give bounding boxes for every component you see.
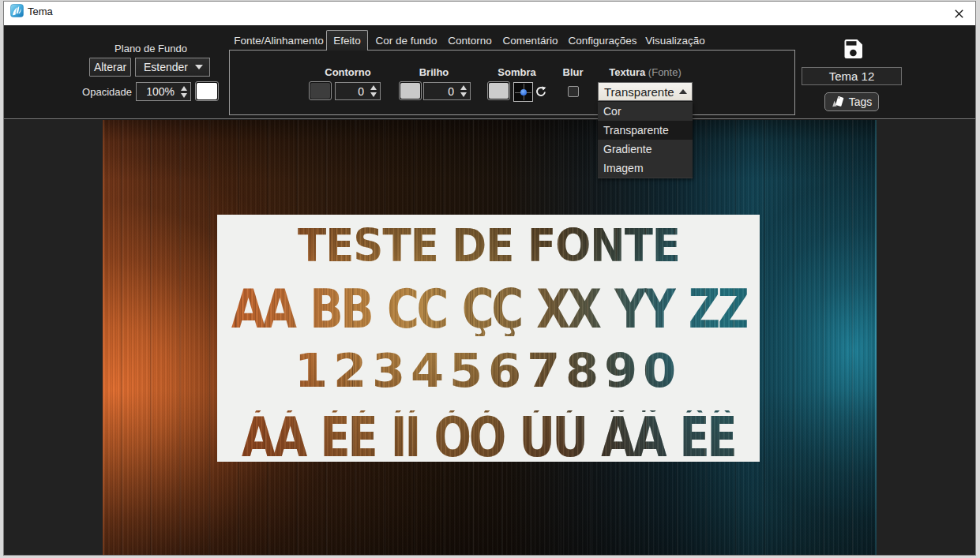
change-background-label: Alterar — [90, 58, 130, 76]
save-icon[interactable] — [843, 39, 863, 59]
spinner-arrows[interactable] — [178, 83, 190, 100]
opacity-value: 100% — [137, 85, 178, 98]
tab-label: Cor de fundo — [375, 35, 437, 47]
tab-configuracoes[interactable]: Configurações — [566, 31, 639, 51]
tab-label: Efeito — [333, 35, 361, 47]
app-logo-icon — [10, 4, 24, 17]
shadow-reset-icon[interactable] — [535, 86, 546, 98]
outline-color-fill — [310, 83, 330, 99]
shadow-color-swatch[interactable] — [487, 81, 510, 100]
tab-efeito[interactable]: Efeito — [326, 30, 368, 51]
theme-window: Tema Plano de Fundo Alterar Estender Opa… — [3, 1, 976, 556]
tab-comentario[interactable]: Comentário — [500, 31, 561, 51]
change-background-button[interactable]: Alterar — [89, 58, 131, 77]
background-color-swatch[interactable] — [195, 81, 219, 101]
outline-size-spinner[interactable]: 0 — [335, 82, 381, 100]
close-button[interactable] — [950, 5, 967, 22]
tab-fonte-alinhamento[interactable]: Fonte/Alinhamento — [229, 31, 329, 51]
chevron-down-icon — [195, 65, 203, 69]
tags-button[interactable]: Tags — [824, 92, 879, 111]
texture-option-imagem[interactable]: Imagem — [598, 159, 693, 178]
background-section-title: Plano de Fundo — [89, 43, 212, 54]
tab-contorno[interactable]: Contorno — [445, 31, 495, 51]
tab-label: Comentário — [503, 35, 558, 47]
texture-option-gradiente[interactable]: Gradiente — [598, 140, 693, 159]
glow-color-fill — [400, 83, 420, 99]
background-mode-select[interactable]: Estender — [135, 58, 210, 77]
tab-label: Contorno — [448, 35, 492, 47]
close-icon — [955, 9, 963, 18]
theme-name-field[interactable]: Tema 12 — [802, 67, 902, 85]
background-color-fill — [197, 83, 217, 99]
texture-label: Textura (Fonte) — [592, 66, 698, 78]
shadow-color-fill — [489, 83, 509, 99]
font-test-line1: TESTE DE FONTE — [298, 224, 680, 268]
glow-size-spinner[interactable]: 0 — [423, 82, 471, 100]
texture-dropdown-list: Cor Transparente Gradiente Imagem — [598, 102, 693, 178]
theme-name-text: Tema 12 — [829, 69, 875, 83]
toolbar: Plano de Fundo Alterar Estender Opacidad… — [4, 25, 975, 119]
font-test-line2: AA BB CC ÇÇ XX YY ZZ — [231, 283, 747, 336]
font-test-line4: ÁÁ ÉÉ ÍÍ ÓÓ ÚÚ ÃÃ ÊÊ — [242, 410, 735, 465]
background-mode-value: Estender — [136, 61, 195, 73]
texture-value: Transparente — [599, 85, 679, 99]
texture-option-cor[interactable]: Cor — [598, 102, 693, 121]
opacity-spinner[interactable]: 100% — [136, 82, 191, 101]
tab-cor-de-fundo[interactable]: Cor de fundo — [372, 31, 441, 51]
tab-label: Visualização — [645, 35, 705, 47]
spinner-down-icon — [460, 92, 467, 97]
texture-combobox[interactable]: Transparente — [598, 82, 693, 101]
shadow-effect-label: Sombra — [488, 66, 546, 78]
spinner-up-icon — [181, 86, 187, 91]
tab-visualizacao[interactable]: Visualização — [642, 31, 708, 51]
chevron-up-icon — [679, 89, 687, 94]
outline-color-swatch[interactable] — [309, 81, 332, 100]
glow-effect-label: Brilho — [405, 66, 463, 78]
titlebar: Tema — [4, 2, 975, 25]
spinner-up-icon — [460, 85, 467, 90]
spinner-arrows[interactable] — [457, 83, 470, 99]
texture-label-text: Textura — [609, 66, 645, 78]
preview-area: TESTE DE FONTE AA BB CC ÇÇ XX YY ZZ 1234… — [4, 120, 975, 555]
outline-effect-label: Contorno — [319, 66, 377, 78]
glow-color-swatch[interactable] — [399, 81, 422, 100]
glow-size-value: 0 — [424, 85, 457, 98]
texture-option-transparente[interactable]: Transparente — [598, 121, 693, 140]
tab-label: Fonte/Alinhamento — [234, 35, 323, 47]
spinner-down-icon — [370, 92, 377, 97]
texture-hint: (Fonte) — [648, 66, 681, 78]
window-title: Tema — [28, 6, 53, 17]
outline-size-value: 0 — [336, 85, 367, 98]
background-image: TESTE DE FONTE AA BB CC ÇÇ XX YY ZZ 1234… — [103, 120, 877, 555]
tags-icon — [832, 95, 845, 108]
spinner-arrows[interactable] — [367, 83, 380, 99]
blur-checkbox[interactable] — [568, 86, 579, 97]
tags-label: Tags — [849, 95, 873, 108]
font-test-line3: 1234567890 — [295, 347, 681, 395]
shadow-position-widget[interactable] — [513, 82, 533, 102]
spinner-down-icon — [181, 93, 187, 98]
shadow-position-dot[interactable] — [520, 89, 527, 95]
blur-label: Blur — [554, 66, 591, 78]
spinner-up-icon — [370, 85, 377, 90]
tab-label: Configurações — [568, 35, 636, 47]
opacity-label: Opacidade — [81, 86, 132, 98]
